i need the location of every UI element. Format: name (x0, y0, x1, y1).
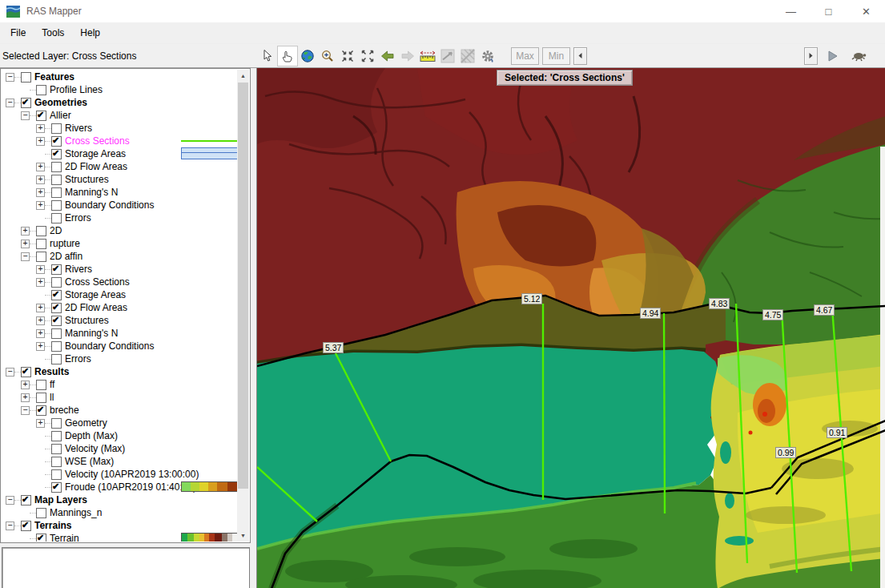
layer-checkbox[interactable] (51, 149, 62, 159)
tree-item-geometry[interactable]: +Geometry (2, 417, 237, 429)
tree-item-label[interactable]: breche (50, 405, 79, 416)
tree-item-label[interactable]: Terrains (34, 520, 71, 531)
max-button[interactable]: Max (511, 47, 539, 65)
collapse-minus-icon[interactable]: − (6, 496, 14, 505)
tree-item-froude-10apr2019-01-40-00[interactable]: Froude (10APR2019 01:40:00) (2, 481, 237, 493)
zoom-in-window-icon[interactable] (338, 46, 357, 66)
tree-item-label[interactable]: Geometry (65, 417, 107, 429)
collapse-minus-icon[interactable]: − (6, 522, 14, 530)
tree-item-label[interactable]: ll (50, 392, 54, 403)
expand-plus-icon[interactable]: + (21, 393, 30, 402)
collapse-minus-icon[interactable]: − (21, 252, 30, 261)
tree-item-label[interactable]: 2D Flow Areas (65, 302, 127, 313)
tree-item-label[interactable]: Terrain (50, 533, 79, 542)
tree-item-velocity-max[interactable]: Velocity (Max) (2, 442, 237, 455)
tree-item-label[interactable]: 2D affin (50, 251, 82, 262)
layer-checkbox[interactable] (21, 495, 31, 505)
tree-item-mannings-n[interactable]: Mannings_n (2, 506, 237, 519)
layer-checkbox[interactable] (21, 72, 31, 83)
expand-plus-icon[interactable]: + (36, 265, 45, 274)
tree-item-label[interactable]: Froude (10APR2019 01:40:00) (65, 481, 196, 493)
tree-item-storage-areas[interactable]: Storage Areas (2, 147, 237, 160)
tree-item-structures[interactable]: +Structures (2, 314, 237, 327)
layer-checkbox[interactable] (36, 534, 46, 542)
tree-item-label[interactable]: Errors (65, 212, 91, 224)
expand-plus-icon[interactable]: + (21, 240, 30, 248)
tree-item-label[interactable]: Boundary Conditions (65, 199, 154, 211)
tree-item-features[interactable]: −Features (2, 70, 237, 83)
layer-checkbox[interactable] (36, 393, 46, 403)
tree-item-geometries[interactable]: −Geometries (2, 96, 237, 109)
tree-item-manning-s-n[interactable]: +Manning's N (2, 327, 237, 340)
layer-checkbox[interactable] (51, 123, 62, 134)
tree-item-label[interactable]: Results (34, 366, 69, 377)
layer-checkbox[interactable] (51, 328, 62, 339)
layer-checkbox[interactable] (51, 200, 62, 211)
mesh-edit-icon[interactable] (458, 46, 477, 66)
tree-item-label[interactable]: Allier (50, 110, 71, 121)
tree-item-cross-sections[interactable]: +Cross Sections (2, 276, 237, 288)
tree-item-manning-s-n[interactable]: +Manning's N (2, 186, 237, 199)
menu-file[interactable]: File (2, 24, 34, 42)
layer-checkbox[interactable] (36, 111, 46, 121)
tree-item-label[interactable]: 2D Flow Areas (65, 161, 127, 172)
tree-item-label[interactable]: Storage Areas (65, 148, 126, 159)
layer-checkbox[interactable] (51, 341, 62, 352)
tree-item-boundary-conditions[interactable]: +Boundary Conditions (2, 199, 237, 211)
scrollbar-down-arrow-icon[interactable]: ▼ (237, 530, 249, 542)
layer-checkbox[interactable] (51, 418, 62, 429)
layer-checkbox[interactable] (21, 367, 31, 377)
tree-item-2d[interactable]: +2D (2, 224, 237, 237)
tree-item-breche[interactable]: −breche (2, 404, 237, 417)
layer-checkbox[interactable] (36, 508, 46, 518)
expand-plus-icon[interactable]: + (36, 137, 45, 146)
layer-checkbox[interactable] (51, 482, 62, 493)
layer-checkbox[interactable] (51, 187, 62, 198)
menu-tools[interactable]: Tools (34, 24, 72, 42)
menu-help[interactable]: Help (72, 24, 108, 42)
tree-item-boundary-conditions[interactable]: +Boundary Conditions (2, 340, 237, 352)
tree-item-2d-affin[interactable]: −2D affin (2, 250, 237, 263)
layer-checkbox[interactable] (51, 444, 62, 454)
expand-plus-icon[interactable]: + (36, 278, 45, 287)
tree-item-label[interactable]: Velocity (Max) (65, 443, 125, 454)
tree-item-terrain[interactable]: Terrain (2, 532, 237, 542)
tree-item-storage-areas[interactable]: Storage Areas (2, 288, 237, 301)
map-view[interactable]: Selected: 'Cross Sections' 5.375.124.944… (256, 68, 885, 588)
tree-item-label[interactable]: Geometries (34, 97, 87, 108)
tree-item-2d-flow-areas[interactable]: +2D Flow Areas (2, 160, 237, 173)
tree-item-wse-max[interactable]: WSE (Max) (2, 455, 237, 468)
layer-checkbox[interactable] (51, 162, 62, 172)
expand-plus-icon[interactable]: + (36, 316, 45, 325)
tree-item-allier[interactable]: −Allier (2, 109, 237, 122)
expand-plus-icon[interactable]: + (36, 188, 45, 197)
web-imagery-globe-icon[interactable] (298, 46, 317, 66)
layer-checkbox[interactable] (51, 136, 62, 147)
layer-checkbox[interactable] (51, 277, 62, 288)
next-view-icon[interactable] (398, 46, 417, 66)
tree-item-label[interactable]: Manning's N (65, 187, 118, 198)
measure-icon[interactable] (418, 46, 437, 66)
layer-checkbox[interactable] (51, 469, 62, 480)
tree-item-2d-flow-areas[interactable]: +2D Flow Areas (2, 301, 237, 314)
tree-item-label[interactable]: WSE (Max) (65, 456, 114, 467)
expand-plus-icon[interactable]: + (21, 381, 30, 389)
expand-plus-icon[interactable]: + (36, 419, 45, 428)
expand-plus-icon[interactable]: + (36, 342, 45, 351)
tree-item-cross-sections[interactable]: +Cross Sections (2, 135, 237, 147)
tree-item-profile-lines[interactable]: Profile Lines (2, 83, 237, 96)
animation-speed-turtle-icon[interactable] (849, 46, 870, 66)
tree-item-label[interactable]: rupture (50, 238, 80, 249)
tree-item-structures[interactable]: +Structures (2, 173, 237, 186)
layer-checkbox[interactable] (51, 290, 62, 300)
tree-item-label[interactable]: Cross Sections (65, 135, 130, 147)
expand-plus-icon[interactable]: + (36, 175, 45, 184)
select-cursor-icon[interactable] (258, 46, 277, 66)
tree-item-label[interactable]: Rivers (65, 264, 92, 275)
layer-checkbox[interactable] (51, 457, 62, 467)
layer-checkbox[interactable] (21, 98, 31, 108)
layer-checkbox[interactable] (36, 380, 46, 390)
tree-item-label[interactable]: Errors (65, 353, 91, 364)
tree-item-label[interactable]: 2D (50, 225, 62, 236)
animation-step-forward-button[interactable] (804, 47, 818, 65)
